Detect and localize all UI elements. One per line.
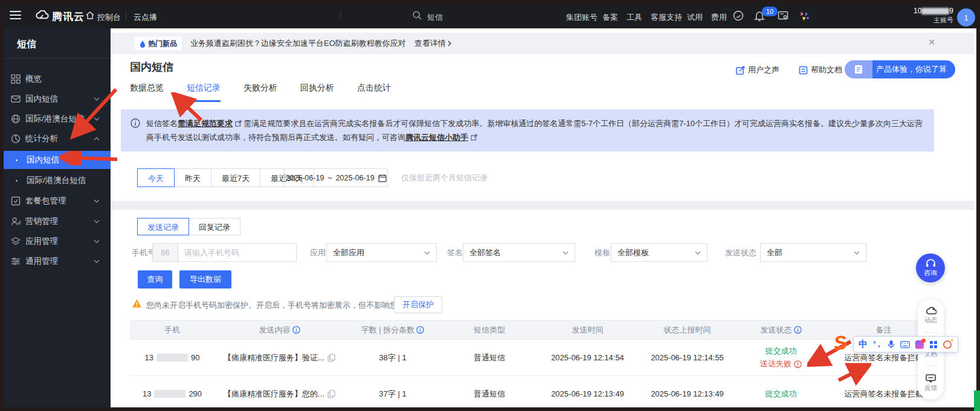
export-data-button[interactable]: 导出数据 [179, 270, 231, 288]
ime-skin-icon[interactable] [915, 340, 924, 349]
date-range-picker[interactable]: 2025-06-19 ~ 2025-06-19 [284, 168, 388, 187]
count-cell: 38字 | 1 [344, 352, 441, 363]
phone-redacted [154, 390, 185, 398]
document-icon [799, 66, 808, 75]
sidebar-item-app-mgmt[interactable]: 应用管理 [0, 233, 111, 250]
sidebar-item-general-mgmt[interactable]: 通用管理 [0, 253, 111, 270]
col-count: 字数 | 拆分条数 [344, 325, 441, 336]
tab-receipt-analysis[interactable]: 回执分析 [300, 83, 334, 102]
topnav-icp[interactable]: 备案 [602, 12, 618, 23]
app-select[interactable]: 全部应用 [326, 243, 437, 262]
records-table: 手机 发送内容 字数 | 拆分条数 短信类型 发送时间 状态上报时间 [130, 320, 943, 411]
search-icon[interactable] [413, 11, 422, 20]
banner-close-icon[interactable]: ✕ [928, 37, 935, 47]
send-status-select[interactable]: 全部 [760, 243, 866, 262]
quick-today-button[interactable]: 今天 [137, 168, 175, 187]
divider [924, 332, 938, 333]
microphone-icon[interactable] [888, 340, 895, 349]
search-input[interactable]: 短信 [427, 12, 443, 23]
topnav-group-account[interactable]: 集团账号 [566, 12, 598, 23]
ime-chinese-mode[interactable]: 中 [859, 339, 868, 350]
status-submit-success: 提交成功 [766, 389, 797, 400]
quick-7days-button[interactable]: 最近7天 [211, 168, 260, 187]
avatar[interactable]: 1 [957, 8, 975, 27]
topbar: 腾讯云 控制台 云点播 短信 集团账号 备案 工具 客服支持 试用 费用 10 [0, 3, 980, 28]
feedback-widget[interactable]: 反馈 [924, 374, 937, 392]
sidebar-subitem-intl-sms[interactable]: 国际/港澳台短信 [0, 171, 111, 190]
product-experience-button[interactable]: 产品体验，你说了算 [845, 60, 955, 78]
sidebar-item-intl-sms[interactable]: 国际/港澳台短信 [0, 110, 111, 127]
consult-button[interactable]: 咨询 [916, 253, 945, 282]
col-send-status: 发送状态 [737, 325, 825, 336]
tab-data-overview[interactable]: 数据总览 [130, 83, 164, 102]
copy-icon[interactable] [327, 390, 335, 398]
account-info[interactable]: 109 主账号 [858, 7, 953, 25]
info-icon[interactable] [794, 326, 802, 334]
ime-punctuation-mode[interactable]: °， [873, 339, 882, 349]
edit-square-icon [736, 66, 745, 75]
enable-protection-button[interactable]: 开启保护 [394, 296, 442, 313]
sms-assistant-link[interactable]: 腾讯云短信小助手 [405, 133, 468, 142]
sidebar-subitem-domestic-sms[interactable]: 国内短信 [0, 151, 111, 169]
emoji-icon[interactable] [943, 340, 952, 349]
pie-chart-icon [11, 134, 21, 144]
phone-cell: 13290 [130, 389, 214, 398]
col-send-time: 发送时间 [538, 325, 637, 336]
topnav-trial[interactable]: 试用 [687, 12, 703, 23]
sidebar-item-stats-analysis[interactable]: 统计分析 [0, 130, 111, 147]
product-link[interactable]: 云点播 [134, 12, 157, 23]
phone-input[interactable] [178, 243, 297, 262]
topnav-billing[interactable]: 费用 [711, 12, 727, 23]
brand-name[interactable]: 腾讯云 [52, 10, 85, 24]
sidebar-item-package-mgmt[interactable]: 套餐包管理 [0, 193, 111, 209]
tab-sms-records[interactable]: 短信记录 [187, 83, 221, 102]
copy-icon[interactable] [327, 354, 335, 362]
tab-failure-analysis[interactable]: 失败分析 [243, 83, 277, 102]
hotline-icon[interactable] [733, 10, 744, 21]
user-chart-icon [11, 217, 21, 226]
chevron-down-icon [94, 260, 100, 263]
error-info-icon[interactable] [794, 360, 802, 368]
help-docs-link[interactable]: 帮助文档 [799, 65, 842, 75]
keyboard-icon[interactable] [900, 341, 910, 348]
menu-icon[interactable] [10, 11, 21, 19]
reply-records-tab[interactable]: 回复记录 [189, 218, 240, 235]
ime-apps-grid-icon[interactable] [929, 340, 938, 349]
send-records-tab[interactable]: 发送记录 [137, 218, 189, 235]
table-header: 手机 发送内容 字数 | 拆分条数 短信类型 发送时间 状态上报时间 [130, 320, 943, 340]
promo-sparkle-icon[interactable] [798, 9, 811, 22]
banner-badge: 热门新品 [135, 37, 182, 50]
info-icon[interactable] [292, 326, 300, 334]
query-button[interactable]: 查询 [138, 270, 172, 288]
sidebar-item-overview[interactable]: 概览 [0, 71, 111, 88]
quick-yesterday-button[interactable]: 昨天 [174, 168, 211, 187]
tab-click-stats[interactable]: 点击统计 [357, 83, 391, 102]
info-icon[interactable] [416, 326, 424, 334]
topnav-tools[interactable]: 工具 [627, 12, 642, 23]
template-label: 模板 [595, 247, 610, 258]
external-link-icon [235, 120, 242, 127]
sidebar: 短信 概览 国内短信 [0, 28, 111, 411]
content-cell: 【痛康精准医疗服务】验证... [214, 352, 344, 363]
sidebar-item-marketing-mgmt[interactable]: 营销管理 [0, 213, 111, 230]
bullet-icon [16, 180, 18, 182]
topnav-support[interactable]: 客服支持 [651, 12, 682, 23]
divider [0, 58, 111, 59]
tencent-cloud-console: 腾讯云 控制台 云点播 短信 集团账号 备案 工具 客服支持 试用 费用 10 [0, 0, 980, 411]
dynamics-widget[interactable]: 动态 [924, 307, 937, 325]
divider [126, 11, 126, 21]
chevron-right-icon [448, 40, 451, 46]
console-panel-icon[interactable] [778, 10, 788, 21]
banner-detail-link[interactable]: 查看详情 [414, 38, 451, 49]
signature-select[interactable]: 全部签名 [463, 243, 575, 262]
tencent-cloud-logo-icon [35, 10, 50, 21]
spec-requirement-link[interactable]: 需满足规范要求 [178, 119, 233, 128]
sidebar-item-domestic-sms[interactable]: 国内短信 [0, 91, 111, 107]
chevron-down-icon [94, 97, 100, 101]
grid-icon [11, 74, 21, 84]
template-select[interactable]: 全部模板 [611, 243, 708, 262]
sogou-ime-logo[interactable]: S [833, 331, 848, 355]
report-time-cell: 2025-06-19 12:13:49 [637, 389, 737, 398]
console-link[interactable]: 控制台 [97, 12, 121, 23]
user-voice-link[interactable]: 用户之声 [736, 65, 779, 75]
